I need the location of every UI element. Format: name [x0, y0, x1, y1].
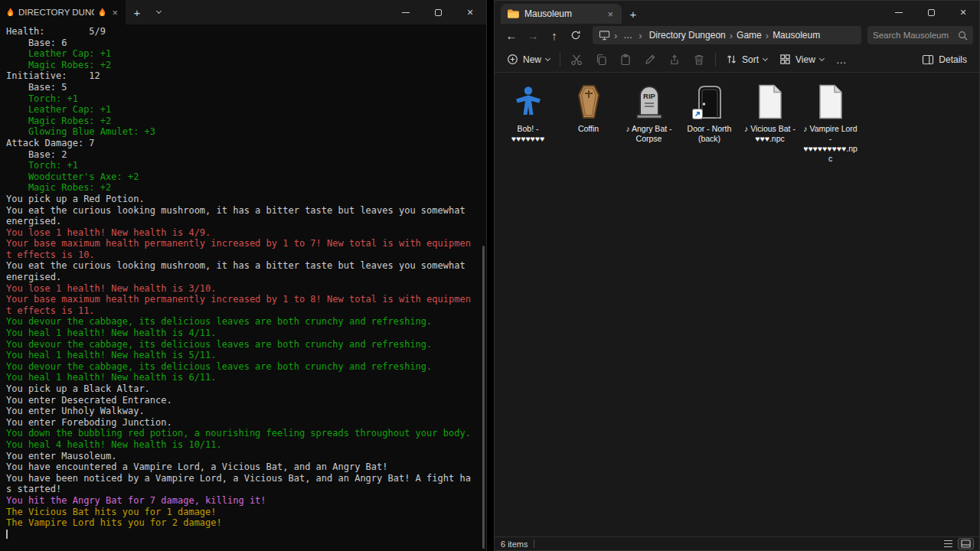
file-item[interactable]: Door - North (back)	[680, 79, 740, 148]
toolbar-divider	[560, 53, 560, 67]
toolbar-divider	[715, 53, 716, 67]
up-button[interactable]: ↑	[544, 25, 565, 45]
minimize-button[interactable]	[390, 0, 422, 24]
breadcrumb-item[interactable]: Game	[733, 30, 765, 41]
terminal-line: You have encountered a Vampire Lord, a V…	[6, 461, 479, 473]
terminal-body[interactable]: Health: 5/9 Base: 6 Leather Cap: +1 Magi…	[0, 24, 486, 551]
explorer-toolbar: New	[495, 47, 979, 73]
view-thumbnails-button[interactable]	[959, 539, 973, 549]
view-list-button[interactable]	[941, 539, 956, 549]
terminal-line: You down the bubbling red potion, a nour…	[6, 428, 479, 439]
file-item[interactable]: ♪ Vampire Lord - ♥♥♥♥♥♥♥♥♥.npc	[801, 79, 861, 168]
terminal-output: Health: 5/9 Base: 6 Leather Cap: +1 Magi…	[6, 26, 479, 540]
copy-icon	[595, 54, 607, 66]
search-input[interactable]: Search Mausoleum	[867, 26, 973, 44]
terminal-tab-title: DIRECTORY DUNGEON	[18, 8, 94, 17]
cut-button[interactable]	[564, 49, 589, 70]
fire-icon	[6, 8, 15, 18]
share-icon	[668, 54, 681, 66]
terminal-line: You devour the cabbage, its delicious le…	[6, 316, 479, 328]
explorer-window-controls: ×	[883, 1, 979, 24]
terminal-line: t effects is 10.	[6, 249, 479, 261]
file-icon	[751, 83, 789, 121]
terminal-line: Attack Damage: 7	[6, 138, 479, 149]
more-options-button[interactable]: …	[830, 49, 854, 70]
terminal-line: You enter Unholy Walkway.	[6, 406, 479, 417]
view-button[interactable]: View	[773, 49, 830, 70]
plus-circle-icon	[507, 54, 518, 65]
tab-dropdown-button[interactable]	[149, 0, 168, 24]
breadcrumb-ellipsis[interactable]: …	[621, 30, 635, 41]
this-pc-icon	[599, 30, 610, 41]
terminal-titlebar: DIRECTORY DUNGEON × + ×	[0, 0, 486, 24]
terminal-line: Torch: +1	[6, 93, 479, 105]
view-button-label: View	[795, 54, 815, 65]
new-tab-button[interactable]: +	[622, 4, 645, 24]
file-grid: Bob! - ♥♥♥♥♥♥♥ Coffin RIP ♪ Angry Bat -	[498, 79, 976, 168]
paste-button[interactable]	[613, 49, 638, 70]
file-label: Door - North (back)	[681, 124, 738, 144]
explorer-content[interactable]: Bob! - ♥♥♥♥♥♥♥ Coffin RIP ♪ Angry Bat -	[495, 73, 979, 536]
breadcrumb: Directory Dungeon›Game›Mausoleum	[646, 30, 823, 41]
details-button[interactable]: Details	[916, 49, 973, 70]
document-icon	[817, 84, 844, 119]
scrollbar-thumb[interactable]	[482, 246, 485, 549]
terminal-line: Initiative: 12	[6, 70, 479, 82]
view-grid-icon	[779, 54, 791, 65]
file-label: Coffin	[578, 124, 599, 134]
share-button[interactable]	[662, 49, 687, 70]
new-tab-button[interactable]: +	[126, 0, 149, 24]
address-bar[interactable]: › … › Directory Dungeon›Game›Mausoleum	[593, 26, 861, 44]
terminal-scrollbar[interactable]	[481, 24, 486, 551]
file-item[interactable]: ♪ Vicious Bat - ♥♥♥.npc	[740, 79, 800, 148]
terminal-line	[6, 529, 479, 540]
breadcrumb-item[interactable]: Directory Dungeon	[646, 30, 729, 41]
file-item[interactable]: RIP ♪ Angry Bat - Corpse	[619, 79, 679, 148]
svg-text:RIP: RIP	[643, 92, 656, 100]
file-label: ♪ Angry Bat - Corpse	[621, 124, 678, 144]
delete-button[interactable]	[687, 49, 711, 70]
file-item[interactable]: Coffin	[559, 79, 619, 138]
breadcrumb-item[interactable]: Mausoleum	[769, 30, 823, 41]
paste-icon	[619, 54, 632, 66]
tab-close-icon[interactable]: ×	[605, 8, 616, 20]
terminal-line: Magic Robes: +2	[6, 116, 479, 127]
file-explorer-window: Mausoleum × + × ← → ↑ › … › Directory Du…	[494, 0, 980, 551]
maximize-button[interactable]	[915, 1, 947, 24]
terminal-cursor	[6, 530, 8, 539]
close-button[interactable]: ×	[947, 1, 979, 24]
close-button[interactable]: ×	[454, 0, 486, 24]
details-pane-icon	[922, 54, 934, 65]
terminal-line: Health: 5/9	[6, 26, 479, 37]
maximize-button[interactable]	[422, 0, 454, 24]
terminal-line: You pick up a Black Altar.	[6, 383, 479, 395]
tab-close-icon[interactable]: ×	[110, 7, 119, 18]
terminal-tab[interactable]: DIRECTORY DUNGEON ×	[0, 0, 126, 24]
fire-icon	[98, 8, 106, 18]
forward-button[interactable]: →	[522, 25, 544, 45]
explorer-tab[interactable]: Mausoleum ×	[501, 4, 622, 24]
terminal-line: You eat the curious looking mushroom, it…	[6, 205, 479, 217]
copy-button[interactable]	[589, 49, 613, 70]
terminal-line: You heal 1 health! New health is 6/11.	[6, 372, 479, 383]
file-label: ♪ Vampire Lord - ♥♥♥♥♥♥♥♥♥.npc	[802, 124, 859, 164]
search-icon	[958, 31, 968, 41]
refresh-button[interactable]	[565, 25, 586, 45]
file-item[interactable]: Bob! - ♥♥♥♥♥♥♥	[498, 79, 558, 148]
search-placeholder: Search Mausoleum	[873, 31, 949, 40]
minimize-button[interactable]	[883, 1, 915, 24]
terminal-line: You lose 1 health! New health is 3/10.	[6, 283, 479, 295]
terminal-line: energised.	[6, 272, 479, 283]
new-button[interactable]: New	[501, 49, 556, 70]
terminal-line: You enter Foreboding Junction.	[6, 417, 479, 429]
terminal-line: Base: 2	[6, 149, 479, 161]
terminal-line: You heal 1 health! New health is 4/11.	[6, 328, 479, 339]
file-icon: RIP	[630, 83, 668, 121]
file-label: ♪ Vicious Bat - ♥♥♥.npc	[742, 124, 799, 144]
sort-button[interactable]: Sort	[720, 49, 773, 70]
status-items-count: 6 items	[501, 540, 528, 549]
rename-button[interactable]	[638, 49, 662, 70]
explorer-navbar: ← → ↑ › … › Directory Dungeon›Game›Mauso…	[495, 24, 979, 47]
file-label: Bob! - ♥♥♥♥♥♥♥	[500, 124, 557, 144]
back-button[interactable]: ←	[501, 25, 522, 45]
